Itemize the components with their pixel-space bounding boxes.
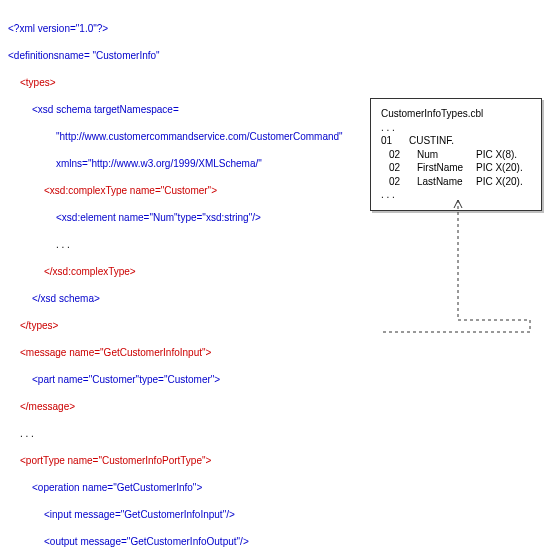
code-line: <output message="GetCustomerInfoOutput"/…: [8, 535, 542, 549]
callout-dots: . . .: [381, 121, 531, 135]
callout-dots: . . .: [381, 188, 531, 202]
code-line: <?xml version="1.0"?>: [8, 22, 542, 36]
code-line: <message name="GetCustomerInfoInput">: [8, 346, 542, 360]
xml-code-block: <?xml version="1.0"?> <definitionsname= …: [8, 8, 542, 560]
callout-title: CustomerInfoTypes.cbl: [381, 107, 531, 121]
callout-row: 01 CUSTINF.: [381, 134, 531, 148]
cobol-types-callout: CustomerInfoTypes.cbl . . . 01 CUSTINF. …: [370, 98, 542, 211]
code-line: <xsd:element name="Num"type="xsd:string"…: [8, 211, 542, 225]
code-line: </message>: [8, 400, 542, 414]
code-line: <operation name="GetCustomerInfo">: [8, 481, 542, 495]
callout-row: 02 LastName PIC X(20).: [381, 175, 531, 189]
code-line: <portType name="CustomerInfoPortType">: [8, 454, 542, 468]
callout-row: 02 FirstName PIC X(20).: [381, 161, 531, 175]
code-line: <input message="GetCustomerInfoInput"/>: [8, 508, 542, 522]
code-line: <part name="Customer"type="Customer">: [8, 373, 542, 387]
code-line: <types>: [8, 76, 542, 90]
code-line: </xsd:complexType>: [8, 265, 542, 279]
code-line: </xsd schema>: [8, 292, 542, 306]
code-ellipsis: . . .: [8, 238, 542, 252]
code-line: <definitionsname= "CustomerInfo": [8, 49, 542, 63]
code-ellipsis: . . .: [8, 427, 542, 441]
callout-row: 02 Num PIC X(8).: [381, 148, 531, 162]
code-line: </types>: [8, 319, 542, 333]
